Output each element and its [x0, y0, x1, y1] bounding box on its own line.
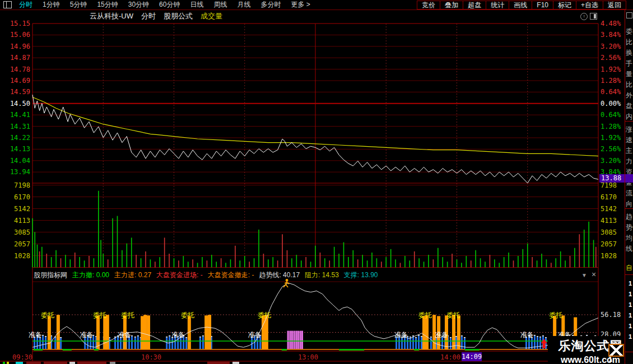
toolbar-button-1[interactable]: 叠加 — [440, 1, 463, 10]
price-axis-label: 15.15 — [0, 20, 30, 27]
corner-hatch-button[interactable] — [608, 344, 624, 357]
zhunbei-label: 准备 — [27, 331, 44, 339]
indicator-axis-upper: 56.18 — [601, 311, 626, 319]
panel-glyph: 主 — [626, 146, 632, 156]
toolbar-button-5[interactable]: F10 — [532, 1, 553, 10]
period-menu-item-6[interactable]: 日线 — [185, 0, 208, 10]
panel-glyph: 势 — [626, 223, 632, 232]
statusbar-fragment — [44, 362, 67, 364]
panel-glyph: 换 — [626, 48, 632, 58]
price-axis-label: 13.94 — [0, 168, 30, 176]
percent-axis-label: 0.00% — [601, 100, 626, 108]
toolbar-button-2[interactable]: 超盘 — [463, 1, 486, 10]
statusbar-fragment — [110, 362, 115, 364]
panel-glyph: 比 — [626, 80, 632, 90]
volume-axis-label: 5142 — [601, 205, 626, 213]
expand-up-icon[interactable]: ↑ — [580, 13, 588, 20]
panel-glyph: 1 — [629, 333, 632, 340]
price-axis-label: 15.06 — [0, 31, 30, 39]
volume-axis-label: 7198 — [0, 181, 30, 189]
panel-divider — [625, 274, 633, 275]
split-pane-icon[interactable] — [590, 13, 597, 20]
panel-glyph: 1 — [629, 291, 632, 297]
time-axis-label: 10:30 — [137, 353, 165, 361]
right-side-panel[interactable]: 委比换手量比外盘内涨速主力资金流向趋势均线自111111 — [625, 10, 633, 364]
toolbar-buttons: 竞价叠加超盘统计画线F10标记+自选返回 — [417, 1, 626, 10]
price-axis-label: 14.87 — [0, 54, 30, 62]
weituo-label: 委托 — [91, 311, 108, 319]
volume-axis-label: 5142 — [0, 205, 30, 213]
zhunbei-label: 准备 — [116, 331, 133, 339]
timeshare-chart-canvas[interactable] — [0, 0, 633, 364]
period-menu-bar: 分时1分钟5分钟15分钟30分钟60分钟日线周线月线多分时更多 > 竞价叠加超盘… — [0, 0, 633, 10]
panel-glyph: 比 — [626, 38, 632, 47]
period-menu-item-8[interactable]: 月线 — [232, 0, 255, 10]
panel-corner-icon[interactable] — [626, 12, 632, 18]
period-menu-item-2[interactable]: 5分钟 — [65, 0, 92, 10]
period-label: 分时 — [141, 11, 156, 21]
period-menu-item-0[interactable]: 分时 — [14, 0, 38, 10]
percent-axis-label: 1.28% — [601, 123, 626, 130]
statusbar-fragment — [207, 362, 230, 364]
period-menu-item-1[interactable]: 1分钟 — [38, 0, 65, 10]
toolbar-button-3[interactable]: 统计 — [486, 1, 509, 10]
panel-glyph: 流 — [626, 189, 632, 198]
panel-glyph: 趋 — [626, 212, 632, 222]
zhunbei-label: 准备 — [246, 331, 263, 339]
indicator-header-item-6: 阻力: 14.53 — [305, 270, 339, 280]
indicator-dropdown-arrow-icon[interactable]: ▼ — [581, 272, 587, 278]
panel-glyph: 速 — [626, 136, 632, 145]
price-axis-label: 14.13 — [0, 145, 30, 153]
volume-axis-label: 1028 — [0, 252, 30, 260]
weituo-label: 委托 — [119, 311, 136, 319]
corner-partial-text: 1 — [608, 356, 612, 363]
panel-glyph: 1 — [629, 312, 632, 319]
percent-axis-label: 3.20% — [601, 43, 626, 50]
toolbar-button-8[interactable]: 返回 — [603, 1, 626, 10]
toolbar-button-7[interactable]: +自选 — [576, 1, 603, 10]
stock-name: 云从科技-UW — [90, 11, 133, 21]
period-menu-item-4[interactable]: 30分钟 — [123, 0, 154, 10]
panel-glyph — [625, 174, 633, 183]
statusbar-fragment — [69, 362, 75, 364]
volume-axis-label: 3085 — [0, 228, 30, 236]
panel-glyph: 1 — [629, 301, 632, 308]
toolbar-button-6[interactable]: 标记 — [553, 1, 576, 10]
panel-glyph: 量 — [626, 69, 632, 79]
time-axis-label: 09:30 — [8, 353, 36, 361]
percent-axis-label: 4.48% — [601, 20, 626, 27]
percent-axis-label: 2.56% — [601, 54, 626, 62]
indicator-header-item-2: 主力进: 0.27 — [114, 270, 151, 280]
statusbar-fragment — [16, 362, 23, 364]
percent-axis-label: 1.28% — [601, 77, 626, 85]
panel-glyph: 外 — [626, 91, 632, 100]
volume-indicator-label[interactable]: 成交量 — [201, 11, 222, 21]
window-pane-icon[interactable] — [3, 1, 12, 8]
period-menu-item-5[interactable]: 60分钟 — [154, 0, 185, 10]
percent-axis-label: 2.56% — [601, 145, 626, 153]
formula-name[interactable]: 股朋公式 — [164, 11, 193, 21]
price-axis-label: 14.78 — [0, 66, 30, 73]
toolbar-button-0[interactable]: 竞价 — [417, 1, 440, 10]
time-highlight-tag: 14:09 — [462, 352, 482, 361]
period-menu-item-3[interactable]: 15分钟 — [92, 0, 123, 10]
panel-glyph: 线 — [626, 244, 632, 254]
chart-title-bar: 云从科技-UW 分时 股朋公式 成交量 — [90, 11, 222, 21]
percent-axis-label: 3.84% — [601, 31, 626, 39]
period-menu-item-7[interactable]: 周线 — [208, 0, 232, 10]
panel-glyph: 手 — [626, 59, 632, 68]
period-menu-item-10[interactable]: 更多 > — [286, 0, 315, 10]
indicator-close-icon[interactable]: × — [592, 270, 596, 279]
time-axis-label: 13:00 — [294, 353, 322, 361]
indicator-header-item-5: 趋势线: 40.17 — [259, 270, 300, 280]
panel-glyph: 力 — [626, 157, 632, 166]
volume-axis-label: 6170 — [0, 193, 30, 201]
toolbar-button-4[interactable]: 画线 — [509, 1, 532, 10]
zhunbei-label: 准备 — [170, 331, 187, 339]
panel-glyph: 自 — [626, 263, 632, 273]
panel-divider — [625, 352, 633, 352]
period-menu-item-9[interactable]: 多分时 — [255, 0, 286, 10]
indicator-header-item-7: 支撑: 13.90 — [344, 270, 378, 280]
statusbar-fragment — [77, 362, 106, 364]
statusbar-fragment — [232, 362, 239, 364]
